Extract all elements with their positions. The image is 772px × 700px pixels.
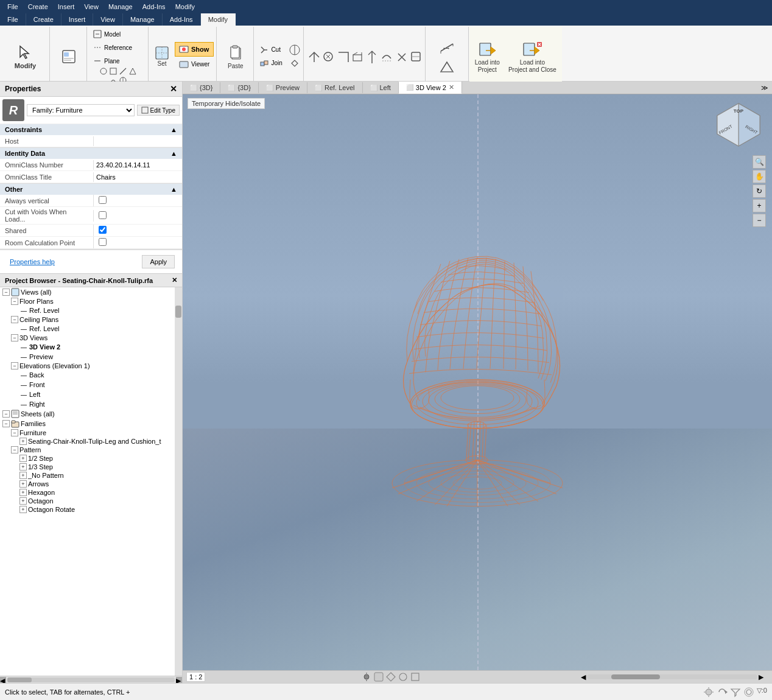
ribbon-tab-file[interactable]: File [0, 13, 26, 26]
properties-help-link[interactable]: Properties help [5, 254, 60, 269]
orbit-btn[interactable]: ↻ [753, 184, 766, 198]
tree-sheets[interactable]: − Sheets (all) [0, 409, 175, 419]
menu-insert[interactable]: Insert [53, 2, 80, 12]
expand-seating[interactable]: + [19, 438, 27, 445]
status-settings-icon[interactable] [743, 687, 754, 698]
tree-hexagon[interactable]: + Hexagon [17, 488, 175, 497]
other-header[interactable]: Other ▲ [0, 184, 182, 195]
crop-icon[interactable] [410, 672, 420, 682]
zoom-out-btn[interactable]: − [753, 214, 766, 227]
expand-views[interactable]: − [2, 289, 10, 296]
plane-btn[interactable]: Plane [90, 55, 122, 67]
tab-3d-2[interactable]: ⬜ {3D} [220, 82, 258, 93]
tree-furniture[interactable]: − Furniture [9, 429, 175, 437]
tree-elev-left[interactable]: — Left [17, 390, 175, 399]
tree-floor-plans[interactable]: − Floor Plans [9, 297, 175, 306]
expand-octagon[interactable]: + [19, 497, 27, 505]
view-scroll-thumb[interactable] [611, 674, 660, 679]
browser-close-btn[interactable]: ✕ [172, 276, 177, 284]
tree-half-step[interactable]: + 1/2 Step [17, 454, 175, 463]
menu-view[interactable]: View [79, 2, 104, 12]
menu-modify[interactable]: Modify [170, 2, 200, 12]
shadow-icon[interactable] [374, 672, 384, 682]
set-workplane-btn[interactable]: Set [152, 44, 172, 69]
view-close-all[interactable]: ≫ [757, 82, 772, 94]
select-button[interactable]: Modify [12, 41, 39, 72]
ribbon-tab-manage[interactable]: Manage [123, 13, 163, 26]
pan-btn[interactable]: ✋ [753, 170, 766, 183]
tree-ceiling-ref-level[interactable]: — Ref. Level [17, 324, 175, 334]
menu-file[interactable]: File [2, 2, 23, 12]
tree-seating-chair[interactable]: + Seating-Chair-Knoll-Tulip-Leg and Cush… [17, 437, 175, 446]
apply-button[interactable]: Apply [142, 255, 175, 268]
tree-arrows[interactable]: + Arrows [17, 480, 175, 488]
tree-no-pattern[interactable]: + _No Pattern [17, 471, 175, 480]
tab-3d-1[interactable]: ⬜ {3D} [183, 82, 220, 93]
cut-voids-value[interactable] [93, 210, 182, 222]
menu-addins[interactable]: Add-Ins [138, 2, 170, 12]
load-project-close-btn[interactable]: Load into Project and Close [505, 38, 560, 75]
view-content[interactable]: Temporary Hide/Isolate [183, 94, 772, 670]
tree-floor-ref-level[interactable]: — Ref. Level [17, 306, 175, 315]
viewer-btn[interactable]: Viewer [175, 58, 214, 71]
status-rotate-icon[interactable] [717, 687, 728, 698]
tree-3d-views[interactable]: − 3D Views [9, 334, 175, 342]
menu-create[interactable]: Create [23, 2, 53, 12]
always-vertical-value[interactable] [93, 195, 182, 206]
cut-btn[interactable]: Cut [257, 44, 284, 56]
show-viewer-btn[interactable]: Show [175, 42, 214, 57]
expand-furniture[interactable]: − [11, 429, 18, 436]
constraints-header[interactable]: Constraints ▲ [0, 124, 182, 135]
tab-preview[interactable]: ⬜ Preview [259, 82, 307, 93]
scroll-right-btn[interactable]: ▶ [759, 673, 763, 681]
expand-elevations[interactable]: − [11, 362, 18, 369]
expand-half-step[interactable]: + [19, 455, 27, 462]
sun-icon[interactable] [362, 672, 371, 682]
ribbon-tab-create[interactable]: Create [26, 13, 61, 26]
browser-scroll-left[interactable]: ◀ [0, 677, 6, 683]
status-filter-icon[interactable] [730, 687, 741, 698]
properties-close-btn[interactable]: ✕ [170, 84, 177, 94]
tree-octagon-rotate[interactable]: + Octagon Rotate [17, 505, 175, 514]
tab-3dview2-close[interactable]: ✕ [449, 83, 454, 91]
expand-no-pattern[interactable]: + [19, 472, 27, 479]
expand-pattern[interactable]: − [11, 446, 18, 453]
load-into-project-btn[interactable]: Load into Project [472, 38, 503, 75]
browser-scrollbar[interactable] [175, 306, 181, 318]
tree-preview[interactable]: — Preview [17, 352, 175, 362]
model-btn[interactable]: Model [90, 28, 123, 40]
expand-arrows[interactable]: + [19, 480, 27, 488]
tab-left[interactable]: ⬜ Left [363, 82, 399, 93]
tree-pattern[interactable]: − Pattern [9, 446, 175, 454]
tab-ref-level[interactable]: ⬜ Ref. Level [307, 82, 363, 93]
reference-btn[interactable]: Reference [90, 41, 135, 54]
scroll-left-btn[interactable]: ◀ [581, 673, 586, 681]
ribbon-tab-insert[interactable]: Insert [61, 13, 94, 26]
tree-ceiling-plans[interactable]: − Ceiling Plans [9, 315, 175, 324]
status-sun-icon[interactable] [703, 687, 714, 698]
ribbon-tab-modify[interactable]: Modify [201, 13, 236, 26]
tree-elev-right[interactable]: — Right [17, 399, 175, 409]
expand-3d-views[interactable]: − [11, 334, 18, 341]
expand-families[interactable]: − [2, 420, 10, 427]
tree-third-step[interactable]: + 1/3 Step [17, 463, 175, 471]
expand-octagon-rotate[interactable]: + [19, 506, 27, 513]
identity-data-header[interactable]: Identity Data ▲ [0, 148, 182, 159]
omniclass-number-value[interactable] [93, 160, 182, 170]
omniclass-title-value[interactable] [93, 172, 182, 182]
tree-octagon[interactable]: + Octagon [17, 497, 175, 505]
tree-elev-front[interactable]: — Front [17, 380, 175, 390]
ribbon-tab-view[interactable]: View [93, 13, 123, 26]
display-icon[interactable] [398, 672, 408, 682]
tree-views-all[interactable]: − Views (all) [0, 287, 175, 297]
tree-elev-back[interactable]: — Back [17, 370, 175, 380]
menu-manage[interactable]: Manage [104, 2, 138, 12]
ribbon-tab-addins[interactable]: Add-Ins [163, 13, 201, 26]
expand-floor-plans[interactable]: − [11, 298, 18, 305]
tab-3dview2[interactable]: ⬜ 3D View 2 ✕ [399, 82, 462, 94]
browser-scroll-right[interactable]: ▶ [176, 677, 182, 683]
properties-button[interactable] [56, 45, 82, 68]
expand-third-step[interactable]: + [19, 463, 27, 471]
room-calc-value[interactable] [93, 237, 182, 248]
tree-elevations[interactable]: − Elevations (Elevation 1) [9, 362, 175, 370]
